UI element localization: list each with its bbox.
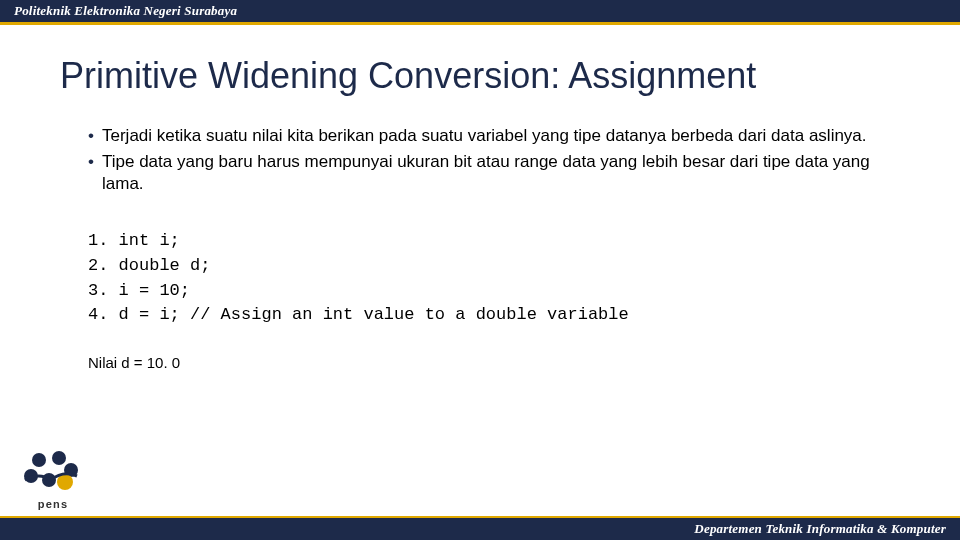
code-line: 4. d = i; // Assign an int value to a do… [88, 305, 629, 324]
logo-label: pens [38, 498, 68, 510]
code-block: 1. int i; 2. double d; 3. i = 10; 4. d =… [88, 229, 900, 328]
footer-bar: Departemen Teknik Informatika & Komputer [0, 518, 960, 540]
bullet-item: Tipe data yang baru harus mempunyai ukur… [88, 151, 880, 195]
logo: pens [8, 450, 98, 510]
content-area: Primitive Widening Conversion: Assignmen… [0, 25, 960, 540]
slide-title: Primitive Widening Conversion: Assignmen… [60, 55, 900, 97]
code-line: 1. int i; [88, 231, 180, 250]
footer-department: Departemen Teknik Informatika & Komputer [694, 521, 946, 537]
code-line: 3. i = 10; [88, 281, 190, 300]
bullet-list: Terjadi ketika suatu nilai kita berikan … [88, 125, 880, 195]
svg-point-1 [52, 451, 66, 465]
slide-container: Politeknik Elektronika Negeri Surabaya P… [0, 0, 960, 540]
code-line: 2. double d; [88, 256, 210, 275]
svg-point-0 [32, 453, 46, 467]
bullet-item: Terjadi ketika suatu nilai kita berikan … [88, 125, 880, 147]
result-text: Nilai d = 10. 0 [88, 354, 900, 371]
header-bar: Politeknik Elektronika Negeri Surabaya [0, 0, 960, 22]
pens-logo-icon [19, 450, 87, 496]
header-institution: Politeknik Elektronika Negeri Surabaya [14, 3, 237, 19]
